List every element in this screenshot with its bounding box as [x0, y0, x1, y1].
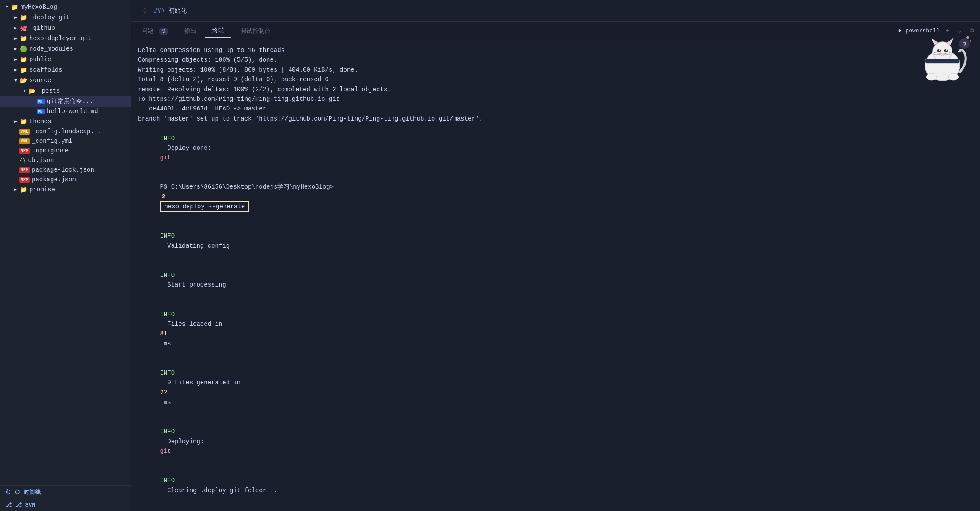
terminal-line-15: INFO Deploying: git	[138, 417, 973, 466]
sidebar-item-hello-world[interactable]: M↓ hello-world.md	[0, 107, 131, 116]
terminal-line-11: INFO Validating config	[138, 221, 973, 261]
sidebar-bottom-section: ⏱ ⏱ 时间线 ⎇ ⎇ SVN	[0, 485, 131, 511]
editor-line-number: 6	[138, 7, 147, 14]
node-modules-label: node_modules	[29, 45, 73, 52]
sidebar-item-posts[interactable]: 📂 _posts	[0, 86, 131, 96]
terminal-line-9: INFO Deploy done: git	[138, 124, 973, 173]
public-label: public	[29, 56, 51, 63]
sidebar-item-npmignore[interactable]: NPM .npmignore	[0, 146, 131, 155]
tab-terminal[interactable]: 终端	[205, 24, 231, 38]
terminal-line-7: ce4480f..4cf967d HEAD -> master	[138, 104, 973, 114]
add-terminal-button[interactable]: +	[943, 27, 952, 35]
folder-icon: 📁	[19, 66, 27, 74]
terminal-line-10: PS C:\Users\86156\Desktop\nodejs学习\myHex…	[138, 173, 973, 221]
chevron-right-icon	[12, 66, 19, 73]
editor-heading-text: 初始化	[168, 7, 187, 14]
terminal-dropdown-button[interactable]: ⌄	[955, 27, 964, 35]
terminal-line-14: INFO 0 files generated in 22 ms	[138, 359, 973, 417]
editor-line-content: ### 初始化	[154, 7, 187, 15]
sidebar-item-db-json[interactable]: {} db.json	[0, 155, 131, 165]
chevron-right-icon	[12, 14, 19, 21]
posts-label: _posts	[38, 87, 60, 94]
sidebar-item-themes[interactable]: 📁 themes	[0, 116, 131, 127]
github-label: .github	[29, 24, 55, 31]
npmignore-label: .npmignore	[32, 147, 69, 154]
sidebar-svn[interactable]: ⎇ ⎇ SVN	[0, 499, 131, 511]
promise-label: promise	[29, 186, 55, 193]
md-file-icon: M↓	[37, 99, 45, 104]
package-json-label: package.json	[32, 176, 76, 183]
folder-icon: 📁	[10, 3, 18, 11]
terminal-line-5: remote: Resolving deltas: 100% (2/2), co…	[138, 85, 973, 94]
terminal-line-2: Compressing objects: 100% (5/5), done.	[138, 55, 973, 65]
folder-icon: 📁	[19, 117, 27, 125]
terminal-line-4: Total 8 (delta 2), reused 0 (delta 0), p…	[138, 75, 973, 84]
problems-badge: 9	[159, 28, 168, 35]
chevron-right-icon	[12, 35, 19, 42]
sidebar-item-package-lock[interactable]: NPM package-lock.json	[0, 165, 131, 175]
source-label: source	[29, 77, 51, 84]
folder-icon: 📂	[19, 76, 27, 84]
sidebar-item-node-modules[interactable]: 🟢 node_modules	[0, 44, 131, 54]
terminal-line-12: INFO Start processing	[138, 261, 973, 300]
md-file-icon: M↓	[37, 109, 45, 114]
folder-icon: 📁	[19, 186, 27, 193]
tab-problems[interactable]: 问题 9	[134, 24, 175, 38]
root-label: myHexoBlog	[21, 3, 57, 10]
hexo-deployer-label: hexo-deployer-git	[29, 35, 92, 42]
sidebar-item-github[interactable]: 🐙 .github	[0, 23, 131, 33]
npm-file-icon: NPM	[19, 167, 30, 173]
sidebar-timeline[interactable]: ⏱ ⏱ 时间线	[0, 486, 131, 499]
folder-icon: 📁	[19, 55, 27, 63]
themes-label: themes	[29, 118, 51, 125]
sidebar-item-package-json[interactable]: NPM package.json	[0, 175, 131, 184]
terminal-line-8: branch 'master' set up to track 'https:/…	[138, 114, 973, 124]
terminal-controls: ► powershell + ⌄ ⧉	[899, 27, 977, 35]
chevron-right-icon	[12, 24, 19, 31]
terminal-line-17: INFO Copying files from public folder...	[138, 505, 973, 511]
sidebar-item-scaffolds[interactable]: 📁 scaffolds	[0, 65, 131, 75]
json-braces-icon: {}	[19, 157, 26, 164]
folder-icon: 📂	[28, 87, 36, 95]
sidebar-item-source[interactable]: 📂 source	[0, 75, 131, 86]
chevron-right-icon	[12, 45, 19, 52]
tab-debug-console[interactable]: 调试控制台	[233, 24, 278, 38]
hello-world-label: hello-world.md	[47, 108, 98, 115]
yml-file-icon: YML	[19, 138, 30, 144]
main-panel: 6 ### 初始化 问题 9 输出 终端 调试控制台 ► powershell …	[131, 0, 980, 511]
sidebar-item-promise[interactable]: 📁 promise	[0, 184, 131, 195]
terminal-line-16: INFO Clearing .deploy_git folder...	[138, 466, 973, 505]
folder-icon: 📁	[19, 35, 27, 42]
sidebar-item-public[interactable]: 📁 public	[0, 54, 131, 65]
sidebar-item-hexo-deployer[interactable]: 📁 hexo-deployer-git	[0, 33, 131, 44]
terminal-line-1: Delta compression using up to 16 threads	[138, 45, 973, 55]
sidebar-item-config-landscap[interactable]: YML _config.landscap...	[0, 127, 131, 136]
split-terminal-button[interactable]: ⧉	[967, 27, 977, 35]
deploy-git-label: .deploy_git	[29, 14, 69, 21]
annotation-2-badge: 2	[162, 193, 165, 200]
sidebar-item-git-commands[interactable]: M↓ git常用命令...	[0, 96, 131, 107]
folder-icon: 📁	[19, 14, 27, 21]
config-landscap-label: _config.landscap...	[32, 128, 102, 135]
terminal-line-3: Writing objects: 100% (8/8), 809 bytes |…	[138, 65, 973, 75]
editor-heading-marker: ###	[154, 7, 165, 14]
terminal-output[interactable]: Delta compression using up to 16 threads…	[131, 40, 980, 511]
folder-icon: 🟢	[19, 45, 27, 53]
terminal-line-6: To https://github.com/Ping-ting/Ping-tin…	[138, 94, 973, 104]
sidebar-item-config-yml[interactable]: YML _config.yml	[0, 136, 131, 146]
tab-output[interactable]: 输出	[177, 24, 203, 38]
terminal-icon: ►	[899, 28, 902, 34]
scaffolds-label: scaffolds	[29, 66, 62, 73]
db-json-label: db.json	[28, 157, 54, 164]
chevron-right-icon	[12, 56, 19, 63]
config-yml-label: _config.yml	[32, 138, 72, 145]
git-commands-label: git常用命令...	[47, 97, 93, 105]
sidebar-item-deploy-git[interactable]: 📁 .deploy_git	[0, 12, 131, 23]
terminal-line-13: INFO Files loaded in 81 ms	[138, 300, 973, 358]
sidebar-root-folder[interactable]: 📁 myHexoBlog	[0, 2, 131, 12]
package-lock-label: package-lock.json	[32, 166, 94, 173]
chevron-right-icon	[12, 118, 19, 125]
yml-file-icon: YML	[19, 129, 30, 135]
chevron-down-icon	[12, 77, 19, 84]
folder-icon: 🐙	[19, 24, 27, 32]
